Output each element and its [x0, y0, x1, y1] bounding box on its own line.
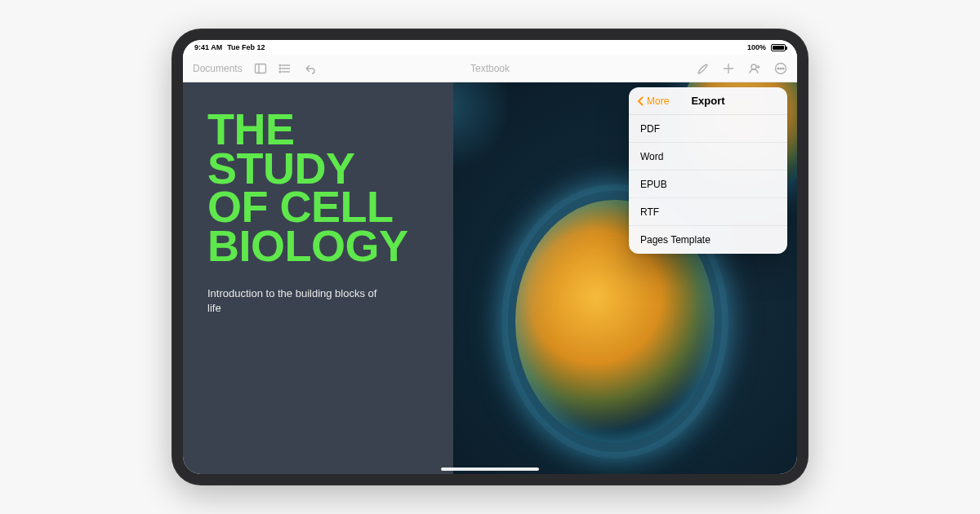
status-time: 9:41 AM — [194, 43, 222, 51]
document-canvas: THE STUDY OF CELL BIOLOGY Introduction t… — [183, 82, 797, 474]
cover-subtitle: Introduction to the building blocks of l… — [207, 286, 387, 316]
battery-icon — [771, 44, 786, 51]
export-option-pdf[interactable]: PDF — [629, 115, 787, 143]
svg-rect-1 — [255, 64, 265, 73]
cover-title: THE STUDY OF CELL BIOLOGY — [207, 110, 430, 265]
document-title: Textbook — [470, 63, 510, 74]
ipad-device-frame: 9:41 AM Tue Feb 12 100% Documents — [172, 29, 808, 485]
view-options-icon[interactable] — [278, 62, 292, 75]
undo-icon[interactable] — [303, 62, 316, 75]
svg-point-6 — [279, 64, 281, 66]
cell-graphic — [453, 82, 508, 176]
svg-point-15 — [777, 68, 779, 69]
status-battery-pct: 100% — [747, 43, 766, 51]
popover-back-button[interactable]: More — [637, 87, 669, 114]
export-option-pages-template[interactable]: Pages Template — [629, 226, 787, 254]
export-option-epub[interactable]: EPUB — [629, 171, 787, 198]
popover-title: Export — [691, 95, 724, 107]
cover-title-line: BIOLOGY — [207, 227, 430, 266]
export-popover: More Export PDF Word EPUB RTF Pages Temp… — [629, 87, 787, 254]
ipad-screen: 9:41 AM Tue Feb 12 100% Documents — [183, 40, 797, 474]
app-toolbar: Documents Textbook — [183, 55, 797, 82]
cover-left-panel: THE STUDY OF CELL BIOLOGY Introduction t… — [183, 82, 453, 474]
export-option-word[interactable]: Word — [629, 143, 787, 171]
svg-point-8 — [279, 71, 281, 73]
sidebar-toggle-icon[interactable] — [254, 62, 267, 75]
svg-point-11 — [751, 64, 756, 69]
popover-back-label: More — [647, 95, 669, 107]
collaborate-icon[interactable] — [748, 62, 761, 75]
svg-point-7 — [279, 68, 281, 69]
cover-illustration: More Export PDF Word EPUB RTF Pages Temp… — [453, 82, 797, 474]
svg-point-17 — [782, 68, 784, 69]
status-bar: 9:41 AM Tue Feb 12 100% — [183, 40, 797, 55]
svg-point-16 — [780, 68, 782, 69]
insert-plus-icon[interactable] — [722, 62, 735, 75]
status-date: Tue Feb 12 — [227, 43, 265, 51]
home-indicator[interactable] — [441, 467, 539, 471]
popover-header: More Export — [629, 87, 787, 115]
documents-back-button[interactable]: Documents — [193, 63, 243, 74]
brush-icon[interactable] — [696, 62, 709, 75]
more-ellipsis-icon[interactable] — [774, 62, 787, 75]
export-option-rtf[interactable]: RTF — [629, 198, 787, 226]
